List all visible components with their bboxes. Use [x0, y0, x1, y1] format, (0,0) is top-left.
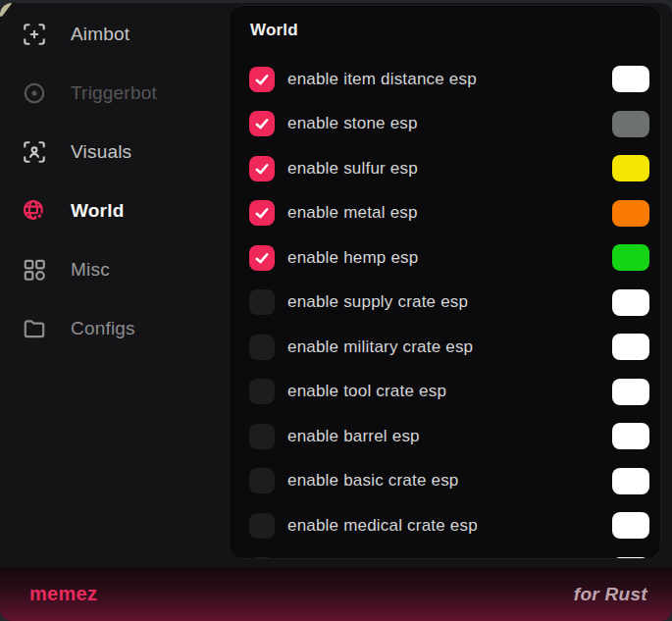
sidebar: Aimbot Triggerbot Visuals World Misc Con… [0, 3, 229, 358]
esp-option-row [230, 548, 660, 560]
esp-option-label: enable supply crate esp [287, 292, 612, 312]
esp-option-row: enable medical crate esp [230, 503, 660, 548]
color-swatch[interactable] [612, 334, 649, 360]
scan-person-icon [22, 139, 47, 165]
color-swatch[interactable] [612, 155, 649, 181]
cheat-window: Aimbot Triggerbot Visuals World Misc Con… [0, 3, 672, 621]
sidebar-item-label: Misc [71, 259, 110, 281]
check-icon [253, 204, 271, 222]
world-panel: World enable item distance esp enable st… [229, 5, 661, 559]
brand-text: memez [29, 583, 97, 605]
esp-option-label: enable tool crate esp [287, 382, 612, 401]
esp-option-row: enable item distance esp [230, 57, 660, 102]
sidebar-item-world[interactable]: World [0, 181, 229, 240]
esp-checkbox[interactable] [249, 513, 275, 539]
globe-icon [22, 198, 47, 224]
sidebar-item-label: Configs [71, 318, 135, 339]
color-swatch[interactable] [612, 512, 649, 539]
sidebar-item-label: World [71, 200, 124, 222]
sidebar-item-visuals[interactable]: Visuals [0, 123, 229, 181]
sidebar-item-label: Aimbot [71, 24, 129, 45]
esp-checkbox[interactable] [249, 557, 275, 559]
esp-option-label: enable metal esp [287, 203, 612, 223]
sidebar-item-misc[interactable]: Misc [0, 240, 229, 299]
esp-option-row: enable basic crate esp [230, 459, 660, 504]
esp-option-label: enable basic crate esp [287, 471, 612, 491]
sidebar-item-label: Visuals [71, 141, 131, 163]
esp-checkbox[interactable] [249, 200, 275, 226]
check-icon [253, 115, 271, 132]
esp-option-label: enable military crate esp [287, 337, 612, 357]
esp-checkbox[interactable] [249, 468, 275, 493]
esp-checkbox[interactable] [249, 335, 275, 360]
tagline-text: for Rust [574, 584, 647, 605]
check-icon [253, 71, 271, 88]
color-swatch[interactable] [612, 200, 649, 227]
esp-option-row: enable sulfur esp [230, 146, 660, 191]
esp-option-label: enable medical crate esp [287, 516, 612, 536]
color-swatch[interactable] [612, 244, 649, 271]
esp-option-row: enable tool crate esp [230, 370, 660, 415]
esp-option-row: enable military crate esp [230, 325, 660, 370]
esp-checkbox[interactable] [249, 424, 275, 449]
color-swatch[interactable] [612, 468, 649, 494]
esp-option-row: enable hemp esp [230, 235, 660, 281]
sidebar-item-label: Triggerbot [71, 82, 157, 104]
esp-option-row: enable supply crate esp [230, 281, 660, 326]
esp-checkbox[interactable] [249, 156, 275, 181]
footer: memez for Rust [0, 567, 672, 621]
esp-checkbox[interactable] [249, 245, 275, 271]
grid-icon [22, 257, 47, 283]
sidebar-item-aimbot[interactable]: Aimbot [0, 5, 229, 64]
color-swatch[interactable] [612, 66, 649, 92]
sidebar-item-configs[interactable]: Configs [0, 299, 229, 358]
esp-checkbox[interactable] [249, 289, 275, 315]
check-icon [253, 160, 271, 178]
esp-option-label: enable barrel esp [287, 427, 612, 446]
color-swatch[interactable] [612, 289, 649, 316]
esp-option-list: enable item distance esp enable stone es… [230, 57, 660, 559]
crosshair-icon [22, 22, 47, 47]
esp-option-label: enable hemp esp [287, 248, 612, 268]
color-swatch[interactable] [612, 379, 649, 405]
esp-option-label: enable item distance esp [287, 70, 612, 89]
esp-checkbox[interactable] [249, 67, 275, 92]
folder-icon [22, 316, 47, 341]
circle-dot-icon [22, 80, 47, 106]
esp-option-label: enable stone esp [287, 114, 612, 133]
esp-option-row: enable barrel esp [230, 414, 660, 459]
color-swatch[interactable] [612, 111, 649, 137]
check-icon [253, 249, 271, 267]
esp-option-row: enable stone esp [230, 102, 660, 147]
esp-option-label: enable sulfur esp [287, 159, 612, 179]
color-swatch[interactable] [612, 423, 649, 449]
esp-checkbox[interactable] [249, 111, 275, 136]
esp-checkbox[interactable] [249, 379, 275, 404]
sidebar-item-triggerbot[interactable]: Triggerbot [0, 64, 229, 123]
panel-title: World [230, 6, 660, 41]
esp-option-row: enable metal esp [230, 191, 660, 236]
color-swatch[interactable] [612, 557, 649, 559]
